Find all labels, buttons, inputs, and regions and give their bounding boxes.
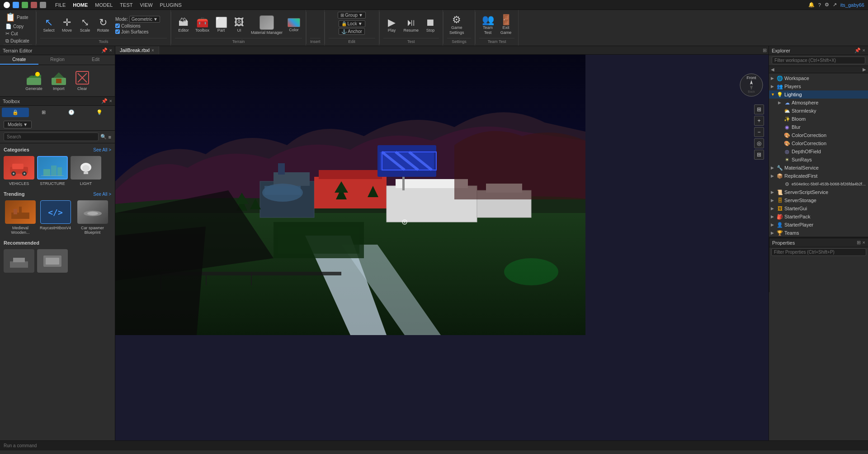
lock-button[interactable]: 🔒Lock▼ <box>339 20 365 27</box>
tree-item-starterplayer[interactable]: ▶ 👤 StarterPlayer <box>769 221 868 229</box>
toolbox-tab-clock[interactable]: 🕐 <box>58 108 85 117</box>
grid-toggle-button[interactable]: ⊞ <box>754 150 764 160</box>
select-button[interactable]: ↖ Select <box>40 17 57 33</box>
viewport-expand-button[interactable]: ⊞ <box>763 47 767 53</box>
settings-icon[interactable]: ⚙ <box>825 2 829 8</box>
tree-item-replicatedfirst[interactable]: ▶ 📦 ReplicatedFirst <box>769 172 868 180</box>
trending-see-all[interactable]: See All > <box>93 192 111 197</box>
menu-plugins[interactable]: PLUGINS <box>160 2 182 8</box>
tree-item-players[interactable]: ▶ 👥 Players <box>769 82 868 90</box>
color-button[interactable]: Color <box>286 17 302 33</box>
explorer-scroll-left[interactable]: ◀ <box>771 67 774 72</box>
scale-button[interactable]: ⤡ Scale <box>76 17 94 33</box>
part-button[interactable]: ⬜ Part <box>212 17 230 33</box>
viewport-tab-close[interactable]: × <box>151 48 154 53</box>
explorer-scroll-right[interactable]: ▶ <box>863 67 866 72</box>
properties-close-button[interactable]: × <box>863 240 865 246</box>
toolbox-button[interactable]: 🧰 Toolbox <box>193 17 212 33</box>
zoom-out-button[interactable]: − <box>754 127 764 137</box>
terrain-tab-edit[interactable]: Edit <box>76 55 115 65</box>
menu-home[interactable]: HOME <box>73 2 88 8</box>
zoom-in-button[interactable]: + <box>754 116 764 126</box>
categories-see-all[interactable]: See All > <box>93 147 111 152</box>
properties-expand-button[interactable]: ⊞ <box>857 240 861 246</box>
help-icon[interactable]: ? <box>818 2 821 8</box>
play-button[interactable]: ▶ Play <box>383 17 401 33</box>
tree-item-ss[interactable]: ▶ 🗄 ServerStorage <box>769 196 868 204</box>
terrain-tab-region[interactable]: Region <box>38 55 77 65</box>
editor-button[interactable]: 🏔 Editor <box>175 17 192 33</box>
tree-item-bloom[interactable]: ▶ ✨ Bloom <box>769 115 868 123</box>
material-manager-button[interactable]: Material Manager <box>249 14 285 36</box>
tree-item-lighting[interactable]: ▼ 💡 Lighting <box>769 90 868 99</box>
menu-file[interactable]: FILE <box>55 2 66 8</box>
notification-icon[interactable]: 🔔 <box>808 2 815 8</box>
share-icon[interactable]: ↗ <box>833 2 837 8</box>
move-button[interactable]: ✛ Move <box>58 17 75 33</box>
resume-button[interactable]: ⏯ Resume <box>401 17 421 33</box>
tree-item-atmosphere[interactable]: ▶ ☁ Atmosphere <box>769 99 868 107</box>
tree-item-blur[interactable]: ▶ ◉ Blur <box>769 123 868 131</box>
viewport-canvas[interactable]: Front Back ⊞ + − ◎ ⊞ <box>115 55 769 437</box>
clear-button[interactable]: Clear <box>73 69 91 93</box>
copy-button[interactable]: 📄 Copy <box>4 23 31 30</box>
rotate-button[interactable]: ↻ Rotate <box>94 17 112 33</box>
cut-button[interactable]: ✂ Cut <box>4 30 31 37</box>
tree-item-startergui[interactable]: ▶ 🖼 StarterGui <box>769 204 868 213</box>
trending-raycast[interactable]: </> RaycastHitboxV4 <box>40 200 71 235</box>
stop-button[interactable]: ⏹ Stop <box>422 17 439 33</box>
terrain-close-button[interactable]: × <box>109 47 112 53</box>
toolbox-tab-bulb[interactable]: 💡 <box>86 108 113 117</box>
tree-item-depthfield[interactable]: ▶ ◎ DepthOfField <box>769 147 868 156</box>
terrain-pin-button[interactable]: 📌 <box>101 47 108 53</box>
trending-medieval[interactable]: Medieval Wooden... <box>4 200 37 235</box>
trending-car[interactable]: Car spawner Blueprint <box>74 200 111 235</box>
toolbox-close-button[interactable]: × <box>109 98 112 104</box>
category-structure[interactable]: STRUCTURE <box>37 156 68 186</box>
exit-game-button[interactable]: 🚪 Exit Game <box>497 14 514 36</box>
paste-button[interactable]: 📋 Paste <box>4 12 31 23</box>
group-button[interactable]: ⊞Group▼ <box>338 12 366 19</box>
collisions-checkbox[interactable] <box>115 24 120 28</box>
explorer-filter-input[interactable] <box>772 57 865 64</box>
tree-item-e504[interactable]: ▶ ⚙ e504e9cc-5b6f-453b-b068-bf26fda4b2f.… <box>769 180 868 188</box>
game-settings-button[interactable]: ⚙ Game Settings <box>447 14 467 36</box>
mode-dropdown[interactable]: Geometric ▼ <box>129 16 160 23</box>
models-dropdown[interactable]: Models ▼ <box>4 121 32 128</box>
toolbox-tab-lock[interactable]: 🔒 <box>2 108 29 117</box>
toolbox-tab-grid[interactable]: ⊞ <box>30 108 57 117</box>
tree-item-workspace[interactable]: ▶ 🌐 Workspace <box>769 74 868 82</box>
ui-button[interactable]: 🖼 UI <box>231 17 248 33</box>
menu-view[interactable]: VIEW <box>140 2 152 8</box>
tree-item-sunrays[interactable]: ▶ ☀ SunRays <box>769 156 868 164</box>
team-test-button[interactable]: 👥 Team Test <box>479 14 496 36</box>
duplicate-button[interactable]: ⧉ Duplicate <box>4 38 31 44</box>
properties-filter-input[interactable] <box>771 248 866 256</box>
tree-item-stormlesky[interactable]: ▶ ⛅ Stormlesky <box>769 107 868 115</box>
category-light[interactable]: LIGHT <box>71 156 101 186</box>
viewport-tab-jailbreak[interactable]: JailBreak.rbxl × <box>115 46 159 54</box>
tree-item-colorcorrection2[interactable]: ▶ 🎨 ColorCorrection <box>769 139 868 147</box>
fullscreen-button[interactable]: ⊞ <box>754 104 764 114</box>
join-surfaces-checkbox[interactable] <box>115 29 120 34</box>
explorer-pin-button[interactable]: 📌 <box>854 47 861 53</box>
search-input[interactable] <box>4 132 99 141</box>
tree-item-sss[interactable]: ▶ 📜 ServerScriptService <box>769 188 868 196</box>
menu-test[interactable]: TEST <box>120 2 132 8</box>
anchor-button[interactable]: ⚓Anchor <box>339 28 365 35</box>
tree-item-starterpack[interactable]: ▶ 🎒 StarterPack <box>769 213 868 221</box>
recommended-item-2[interactable] <box>37 249 68 274</box>
tree-item-materialservice[interactable]: ▶ 🔧 MaterialService <box>769 164 868 172</box>
recommended-item-1[interactable] <box>4 249 34 274</box>
menu-model[interactable]: MODEL <box>95 2 113 8</box>
category-vehicles[interactable]: VEHICLES <box>4 156 34 186</box>
terrain-tab-create[interactable]: Create <box>0 55 38 65</box>
generate-button[interactable]: Generate <box>24 69 44 93</box>
toolbox-pin-button[interactable]: 📌 <box>101 98 108 104</box>
list-icon[interactable]: ≡ <box>108 134 111 140</box>
tree-item-colorcorrection1[interactable]: ▶ 🎨 ColorCorrection <box>769 131 868 139</box>
import-button[interactable]: Import <box>50 69 68 93</box>
explorer-close-button[interactable]: × <box>863 47 865 53</box>
tree-item-teams[interactable]: ▶ 🏆 Teams <box>769 229 868 236</box>
command-input[interactable] <box>4 443 94 448</box>
